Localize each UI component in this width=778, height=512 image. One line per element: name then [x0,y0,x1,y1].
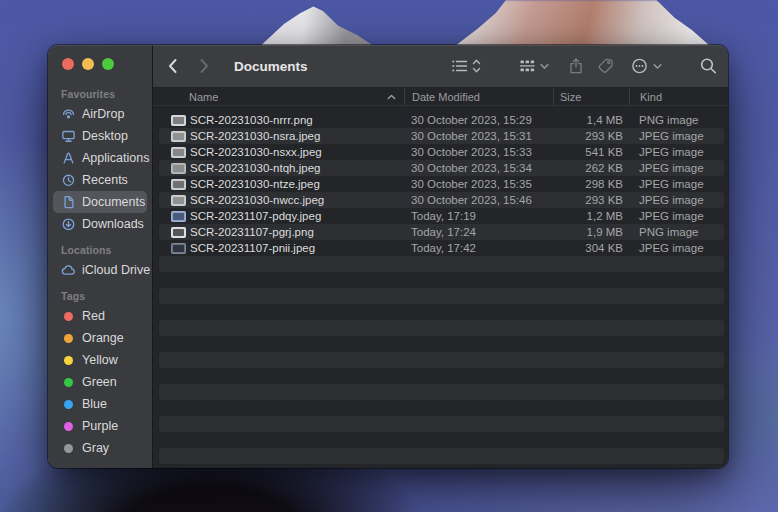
file-size: 1,4 MB [553,114,629,126]
wallpaper-mountain-center [258,0,376,46]
file-list: Name Date Modified Size Kind SCR-2023103… [153,88,728,468]
search-button[interactable] [700,58,717,75]
sidebar-item-label: Purple [82,419,118,433]
sidebar: FavouritesAirDropDesktopApplicationsRece… [48,45,152,468]
file-name: SCR-20231030-ntqh.jpeg [190,162,320,174]
back-button[interactable] [167,58,178,75]
column-header-size[interactable]: Size [553,88,629,105]
sidebar-item-label: Documents [82,195,145,209]
cloud-icon [61,262,76,278]
file-date-modified: 30 October 2023, 15:35 [404,178,553,190]
file-kind: PNG image [629,226,725,238]
sidebar-item-documents[interactable]: Documents [53,191,147,213]
sort-ascending-icon [387,94,396,100]
zoom-button[interactable] [102,58,114,70]
file-row[interactable]: SCR-20231030-nsxx.jpeg30 October 2023, 1… [159,144,724,160]
file-thumbnail-icon [171,227,186,238]
sidebar-item-label: AirDrop [82,107,124,121]
file-kind: JPEG image [629,242,725,254]
file-name: SCR-20231030-nwcc.jpeg [190,194,324,206]
file-date-modified: 30 October 2023, 15:33 [404,146,553,158]
more-options-control[interactable] [631,58,662,75]
sidebar-item-desktop[interactable]: Desktop [53,125,147,147]
sidebar-item-blue[interactable]: Blue [53,393,147,415]
file-thumbnail-icon [171,115,186,126]
tag-color-icon [61,418,76,434]
sidebar-section-tags: TagsRedOrangeYellowGreenBluePurpleGray [48,287,152,459]
sidebar-item-label: Yellow [82,353,118,367]
file-size: 1,9 MB [553,226,629,238]
empty-row-stripe [159,336,724,352]
sidebar-item-orange[interactable]: Orange [53,327,147,349]
sidebar-item-label: Desktop [82,129,128,143]
file-row[interactable]: SCR-20231030-ntqh.jpeg30 October 2023, 1… [159,160,724,176]
column-header-name[interactable]: Name [159,88,404,105]
column-header-date-modified[interactable]: Date Modified [404,88,553,105]
sidebar-item-applications[interactable]: Applications [53,147,147,169]
sidebar-item-label: Downloads [82,217,144,231]
group-by-control[interactable] [520,60,549,73]
column-header-kind[interactable]: Kind [629,88,725,105]
file-rows: SCR-20231030-nrrr.png30 October 2023, 15… [153,106,728,468]
empty-row-stripe [159,320,724,336]
file-row[interactable]: SCR-20231030-nrrr.png30 October 2023, 15… [159,112,724,128]
file-date-modified: 30 October 2023, 15:29 [404,114,553,126]
file-date-modified: Today, 17:19 [404,210,553,222]
sidebar-item-gray[interactable]: Gray [53,437,147,459]
file-row[interactable]: SCR-20231030-nwcc.jpeg30 October 2023, 1… [159,192,724,208]
file-kind: JPEG image [629,178,725,190]
empty-row-stripe [159,288,724,304]
sidebar-section-locations: LocationsiCloud Drive [48,241,152,281]
sidebar-item-downloads[interactable]: Downloads [53,213,147,235]
file-thumbnail-icon [171,179,186,190]
file-row[interactable]: SCR-20231107-pnii.jpegToday, 17:42304 KB… [159,240,724,256]
file-name: SCR-20231107-pdqy.jpeg [190,210,321,222]
chevron-down-icon [653,63,662,69]
airdrop-icon [61,106,76,122]
file-name: SCR-20231030-nrrr.png [190,114,313,126]
sidebar-item-recents[interactable]: Recents [53,169,147,191]
sidebar-item-icloud-drive[interactable]: iCloud Drive [53,259,147,281]
share-icon [569,58,583,75]
tag-button [598,58,614,74]
file-name: SCR-20231030-nsra.jpeg [190,130,320,142]
sidebar-item-label: Applications [82,151,149,165]
wallpaper-mountain-right [455,0,710,46]
file-size: 541 KB [553,146,629,158]
file-kind: JPEG image [629,146,725,158]
sidebar-item-purple[interactable]: Purple [53,415,147,437]
file-size: 298 KB [553,178,629,190]
file-thumbnail-icon [171,195,186,206]
sidebar-section-label: Favourites [48,85,152,103]
file-row[interactable]: SCR-20231107-pdqy.jpegToday, 17:191,2 MB… [159,208,724,224]
sidebar-item-label: Orange [82,331,124,345]
empty-row-stripe [159,416,724,432]
chevron-up-down-icon [472,59,481,74]
file-row[interactable]: SCR-20231107-pgrj.pngToday, 17:241,9 MBP… [159,224,724,240]
view-style-control[interactable] [452,59,481,74]
file-kind: JPEG image [629,130,725,142]
close-button[interactable] [62,58,74,70]
sidebar-item-green[interactable]: Green [53,371,147,393]
share-button [569,58,583,75]
main-pane: Documents [152,45,728,468]
file-kind: PNG image [629,114,725,126]
sidebar-item-airdrop[interactable]: AirDrop [53,103,147,125]
empty-row-stripe [159,384,724,400]
file-row[interactable]: SCR-20231030-nsra.jpeg30 October 2023, 1… [159,128,724,144]
tag-color-icon [61,396,76,412]
file-thumbnail-icon [171,147,186,158]
group-by-icon [520,60,535,73]
sidebar-item-yellow[interactable]: Yellow [53,349,147,371]
file-row[interactable]: SCR-20231030-ntze.jpeg30 October 2023, 1… [159,176,724,192]
empty-row-stripe [159,368,724,384]
file-size: 293 KB [553,194,629,206]
file-size: 1,2 MB [553,210,629,222]
empty-row-stripe [159,272,724,288]
tag-color-icon [61,330,76,346]
forward-button[interactable] [199,58,210,75]
tag-color-icon [61,352,76,368]
minimize-button[interactable] [82,58,94,70]
sidebar-item-red[interactable]: Red [53,305,147,327]
file-kind: JPEG image [629,162,725,174]
